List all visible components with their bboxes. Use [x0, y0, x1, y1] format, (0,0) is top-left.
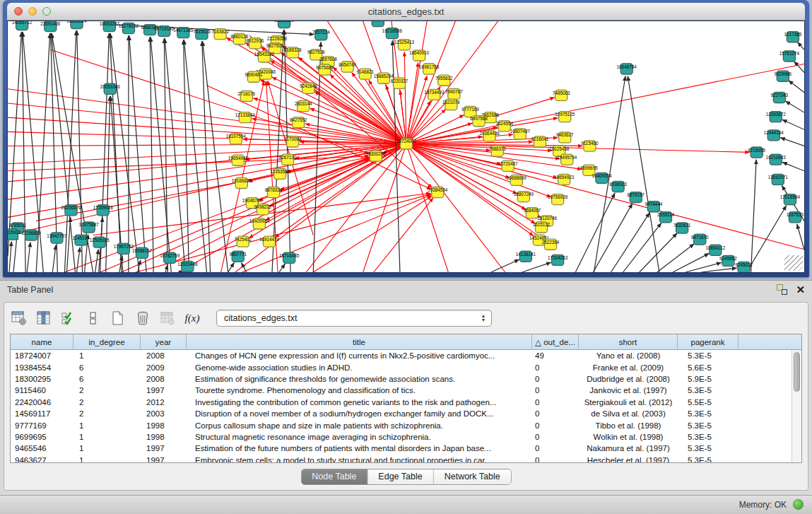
graph-edge	[522, 262, 551, 272]
graph-edge	[406, 76, 427, 144]
graph-node-label: 9827505	[266, 43, 284, 48]
graph-edge	[575, 193, 615, 272]
close-panel-icon[interactable]: ✕	[796, 284, 805, 295]
table-row[interactable]: 1938455462009Genome-wide association stu…	[11, 361, 792, 373]
table-cell-short: Hescheler et al. (1997)	[579, 455, 678, 462]
row-mode-button[interactable]	[84, 309, 102, 327]
create-table-button[interactable]	[109, 309, 127, 327]
zoom-window-button[interactable]	[42, 7, 51, 16]
table-cell-in_degree: 1	[73, 419, 141, 431]
table-row[interactable]: 946554611997Estimation of the future num…	[11, 443, 792, 454]
table-selector-value: citations_edges.txt	[217, 313, 478, 323]
graph-node-label: 14671385	[173, 28, 194, 33]
table-cell-short: Jankovic et al. (1997)	[579, 385, 678, 396]
import-table-button[interactable]	[158, 309, 177, 327]
table-cell-in_degree: 2	[73, 408, 141, 419]
graph-node-label: 18724007	[396, 139, 417, 144]
graph-node-label: 20364436	[480, 131, 500, 136]
graph-edge	[406, 144, 804, 249]
graph-node-label: 16035224	[66, 21, 87, 23]
graph-node-label: 19756928	[548, 194, 568, 199]
tab-network-table[interactable]: Network Table	[434, 469, 511, 484]
graph-edge	[129, 35, 146, 272]
graph-node-label: 8427552	[290, 117, 307, 122]
graph-edge	[751, 160, 757, 272]
window-titlebar[interactable]: citations_edges.txt	[7, 3, 805, 21]
graph-node-label: 18640910	[409, 50, 430, 55]
show-columns-button[interactable]	[35, 309, 53, 327]
table-selector-dropdown[interactable]: citations_edges.txt ▲▼	[216, 310, 492, 327]
graph-node-label: 12444154	[764, 130, 784, 135]
close-window-button[interactable]	[14, 7, 23, 16]
column-header-title[interactable]: title	[187, 334, 532, 349]
table-row[interactable]: 1456911722003Disruption of a novel membe…	[11, 408, 792, 419]
graph-node-label: 16120746	[537, 216, 558, 221]
minimize-window-button[interactable]	[28, 7, 37, 16]
table-vertical-scrollbar[interactable]	[792, 350, 801, 462]
graph-node-label: 9245652	[719, 256, 737, 261]
graph-node-label: 9857771	[229, 252, 247, 257]
graph-node[interactable]	[372, 21, 384, 27]
graph-node-label: 6879197	[627, 192, 645, 197]
column-header-short[interactable]: short	[579, 334, 678, 349]
table-row[interactable]: 2242004622012Investigating the contribut…	[11, 397, 792, 408]
column-header-year[interactable]: year	[141, 334, 187, 349]
table-cell-in_degree: 2	[73, 385, 141, 396]
graph-node-label: 12353584	[270, 169, 290, 174]
network-canvas[interactable]: 1872400771638228860128891293622226058982…	[7, 21, 805, 273]
table-settings-button[interactable]	[10, 309, 28, 327]
graph-node-label: 16648784	[617, 64, 637, 69]
select-all-button[interactable]	[59, 309, 78, 327]
graph-edge	[780, 138, 804, 146]
graph-edge	[782, 162, 804, 170]
table-cell-pagerank: 5.5E-5	[678, 397, 739, 408]
float-panel-icon[interactable]	[777, 284, 787, 295]
graph-node-label: 10025458	[549, 146, 570, 151]
graph-edge	[798, 42, 804, 50]
column-header-pagerank[interactable]: pagerank	[678, 334, 739, 349]
table-cell-short: de Silva et al. (2003)	[579, 408, 678, 419]
graph-edge	[789, 81, 804, 93]
graph-edge	[785, 101, 804, 112]
graph-node-label: 8878334	[265, 187, 283, 192]
table-cell-name: 14569117	[11, 408, 73, 419]
column-header-out_degree[interactable]: △ out_de...	[532, 334, 579, 349]
table-cell-pagerank: 5.3E-5	[678, 385, 739, 396]
table-cell-name: 9115460	[11, 385, 73, 396]
table-row[interactable]: 1872400712008Changes of HCN gene express…	[11, 350, 792, 361]
graph-node-label: 20206576	[61, 205, 81, 210]
table-cell-out_degree: 0	[532, 431, 579, 443]
table-row[interactable]: 977716911998Corpus callosum shape and si…	[11, 419, 792, 431]
tab-node-table[interactable]: Node Table	[301, 469, 367, 484]
graph-node-label: 3170084	[284, 136, 302, 141]
graph-edge	[313, 196, 431, 272]
graph-edge	[8, 156, 369, 171]
table-cell-title: Investigating the contribution of common…	[187, 397, 532, 408]
graph-node-label: 2803144	[295, 101, 312, 106]
graph-node-label: 7485063	[553, 90, 570, 95]
graph-node-label: 19495794	[557, 155, 577, 160]
graph-edge	[184, 40, 189, 272]
table-row[interactable]: 1830029562008Estimation of significance …	[11, 373, 792, 385]
graph-node-label: 16033809	[274, 21, 295, 23]
table-toolbar: f(x) citations_edges.txt ▲▼	[10, 305, 492, 331]
memory-status-indicator[interactable]	[793, 499, 804, 510]
delete-table-button[interactable]	[134, 309, 152, 327]
table-row[interactable]: 946362711997Embryonic stem cells: a mode…	[11, 455, 792, 462]
table-cell-year: 2003	[141, 408, 187, 419]
window-resize-grip[interactable]	[784, 255, 803, 271]
table-cell-pagerank: 5.3E-5	[678, 443, 739, 454]
column-header-in_degree[interactable]: in_degree	[73, 334, 141, 349]
column-header-name[interactable]: name	[11, 334, 73, 349]
graph-node-label: 9245012	[735, 262, 753, 267]
table-cell-year: 1997	[141, 443, 187, 454]
table-row[interactable]: 911546021997Tourette syndrome. Phenomeno…	[11, 385, 792, 396]
tab-edge-table[interactable]: Edge Table	[367, 469, 433, 484]
graph-node-label: 1145194	[72, 235, 90, 240]
function-builder-button[interactable]: f(x)	[183, 309, 201, 327]
scrollbar-thumb[interactable]	[794, 352, 800, 392]
graph-node-label: 1615132	[533, 222, 551, 227]
graph-node-label: 10975887	[79, 222, 100, 227]
graph-node-label: 19046766	[242, 198, 263, 203]
table-row[interactable]: 969969511998Structural magnetic resonanc…	[11, 431, 792, 443]
